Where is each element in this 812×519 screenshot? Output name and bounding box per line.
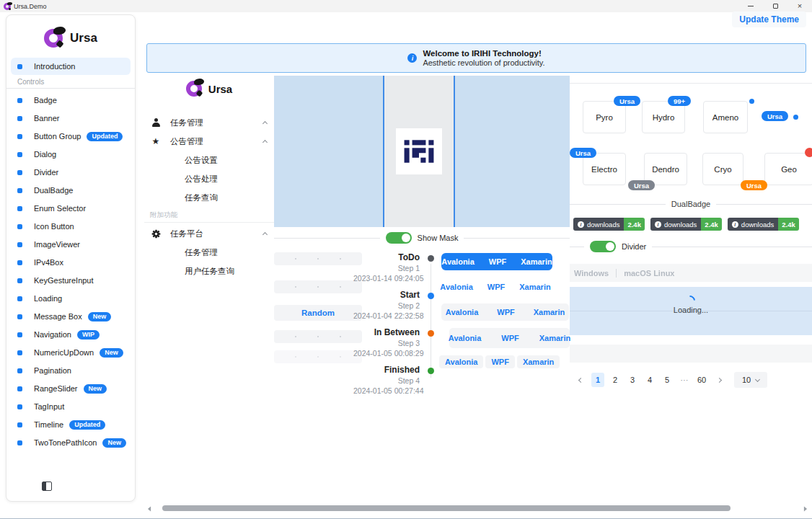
skeleton-row: [274, 350, 362, 363]
sidebar-collapse-icon[interactable]: [42, 482, 52, 491]
sidebar-logo-text: Ursa: [70, 31, 97, 45]
sidebar-item-enum-selector[interactable]: Enum Selector: [11, 200, 131, 217]
sidebar-item-dialog[interactable]: Dialog: [11, 146, 131, 163]
group-button-wpf[interactable]: WPF: [491, 334, 529, 342]
group-button-avalonia[interactable]: Avalonia: [436, 308, 487, 316]
group-button-xamarin[interactable]: Xamarin: [513, 257, 559, 266]
group-button-xamarin[interactable]: Xamarin: [512, 283, 557, 291]
divider-toggle[interactable]: [590, 241, 616, 252]
page-size-select[interactable]: 10: [734, 372, 767, 388]
maximize-button[interactable]: [763, 0, 787, 12]
group-button-avalonia[interactable]: Avalonia: [434, 257, 481, 266]
sidebar-item-label: Timeline: [34, 420, 63, 429]
sidebar-item-taginput[interactable]: TagInput: [11, 398, 131, 415]
bullet-icon: [17, 116, 22, 121]
timeline-entry-todo: ToDo Step 1 2023-01-14 09:24:05: [353, 252, 420, 283]
random-button[interactable]: Random: [274, 305, 362, 321]
chevron-up-icon: [262, 232, 268, 237]
sidebar-item-badge[interactable]: Badge: [11, 92, 131, 109]
group-button-wpf[interactable]: WPF: [487, 308, 524, 316]
sidebar-item-banner[interactable]: Banner: [11, 110, 131, 127]
app-logo-icon: [4, 3, 11, 10]
image-viewer[interactable]: [274, 76, 570, 227]
page-button-2[interactable]: 2: [609, 373, 622, 387]
page-button-3[interactable]: 3: [626, 373, 639, 387]
group-button-xamarin[interactable]: Xamarin: [524, 308, 574, 316]
menu-logo-text: Ursa: [208, 83, 232, 95]
timeline-demo: ToDo Step 1 2023-01-14 09:24:05 Start St…: [353, 251, 440, 402]
info-icon: i: [407, 53, 417, 63]
sidebar-item-imageviewer[interactable]: ImageViewer: [11, 236, 131, 253]
sidebar-item-label: Divider: [34, 168, 58, 177]
sidebar-item-introduction[interactable]: Introduction: [11, 58, 131, 75]
show-mask-label: Show Mask: [418, 234, 459, 242]
minimize-button[interactable]: [738, 0, 763, 12]
scrollbar-thumb[interactable]: [162, 505, 731, 511]
sidebar-item-loading[interactable]: Loading: [11, 290, 131, 307]
timeline-dot-finished: [428, 368, 434, 374]
menu-item-label: 任务管理: [170, 117, 263, 128]
menu-item-task-platform[interactable]: 任务平台: [144, 224, 274, 243]
info-icon: i: [655, 221, 661, 228]
sidebar-item-divider[interactable]: Divider: [11, 164, 131, 181]
sidebar-item-numericupdown[interactable]: NumericUpDownNew: [11, 344, 131, 361]
timeline-title: ToDo: [353, 252, 420, 262]
menu-section-extra: 附加功能: [144, 208, 274, 223]
update-theme-button[interactable]: Update Theme: [732, 12, 806, 27]
minimize-icon: [748, 6, 754, 6]
menu-item-user-task-query[interactable]: 用户任务查询: [144, 262, 274, 280]
scroll-right-icon[interactable]: [804, 507, 807, 512]
sidebar-item-icon-button[interactable]: Icon Button: [11, 218, 131, 235]
sidebar-item-label: Message Box: [34, 312, 82, 321]
bullet-icon: [17, 350, 22, 355]
sidebar-item-dualbadge[interactable]: DualBadge: [11, 182, 131, 199]
sidebar-item-label: Banner: [34, 114, 59, 123]
group-button-avalonia[interactable]: Avalonia: [433, 283, 480, 291]
group-button-wpf[interactable]: WPF: [482, 257, 513, 266]
banner-title: Welcome to IRIHI Technology!: [423, 49, 544, 58]
show-mask-toggle[interactable]: [386, 232, 412, 244]
group-button-wpf[interactable]: WPF: [480, 283, 512, 291]
group-button-xamarin[interactable]: Xamarin: [517, 355, 560, 368]
irihi-logo-image: [396, 128, 442, 174]
bullet-icon: [17, 296, 22, 301]
dualbadge-demo: idownloads 2.4k idownloads 2.4k idownloa…: [573, 218, 812, 236]
menu-item-announcement-processing[interactable]: 公告处理: [144, 169, 274, 188]
horizontal-scrollbar[interactable]: [144, 504, 812, 513]
sidebar-item-timeline[interactable]: TimelineUpdated: [11, 416, 131, 433]
sidebar-item-ipv4box[interactable]: IPv4Box: [11, 254, 131, 271]
page-ellipsis[interactable]: ⋯: [678, 373, 691, 387]
sidebar-item-message-box[interactable]: Message BoxNew: [11, 308, 131, 325]
group-button-wpf[interactable]: WPF: [485, 355, 514, 368]
banner-message: Aesthetic revolution of productivity.: [423, 58, 544, 67]
viewer-image-area: [384, 76, 454, 227]
welcome-banner: i Welcome to IRIHI Technology! Aesthetic…: [146, 43, 806, 73]
page-button-5[interactable]: 5: [661, 373, 674, 387]
group-button-avalonia[interactable]: Avalonia: [438, 334, 491, 342]
prev-page-button[interactable]: [574, 373, 587, 387]
sidebar-item-twotonepathicon[interactable]: TwoTonePathIconNew: [11, 434, 131, 451]
close-button[interactable]: ×: [787, 0, 812, 12]
group-button-avalonia[interactable]: Avalonia: [439, 355, 483, 368]
sidebar-item-navigation[interactable]: NavigationWIP: [11, 326, 131, 343]
page-button-1[interactable]: 1: [591, 373, 604, 387]
menu-item-task-management-child[interactable]: 任务管理: [144, 243, 274, 262]
skeleton-demo: Random: [274, 252, 362, 363]
sidebar-item-label: Button Group: [34, 132, 81, 141]
badge-card-ameno: Ameno: [703, 101, 748, 133]
button-group-borderless: Avalonia WPF Xamarin: [441, 279, 550, 295]
scroll-left-icon[interactable]: [148, 507, 151, 512]
page-button-4[interactable]: 4: [643, 373, 656, 387]
sidebar-item-rangeslider[interactable]: RangeSliderNew: [11, 380, 131, 397]
menu-item-task-query[interactable]: 任务查询: [144, 188, 274, 207]
sidebar-item-button-group[interactable]: Button GroupUpdated: [11, 128, 131, 145]
timeline-dot-in-between: [428, 330, 434, 337]
menu-item-announcement-settings[interactable]: 公告设置: [144, 151, 274, 169]
menu-item-announcement-management[interactable]: ★ 公告管理: [144, 132, 274, 151]
sidebar-item-keygestureinput[interactable]: KeyGestureInput: [11, 272, 131, 289]
chevron-up-icon: [262, 140, 268, 145]
page-button-60[interactable]: 60: [695, 373, 708, 387]
menu-item-task-management[interactable]: 任务管理: [144, 113, 274, 132]
next-page-button[interactable]: [712, 373, 725, 387]
sidebar-item-pagination[interactable]: Pagination: [11, 362, 131, 379]
